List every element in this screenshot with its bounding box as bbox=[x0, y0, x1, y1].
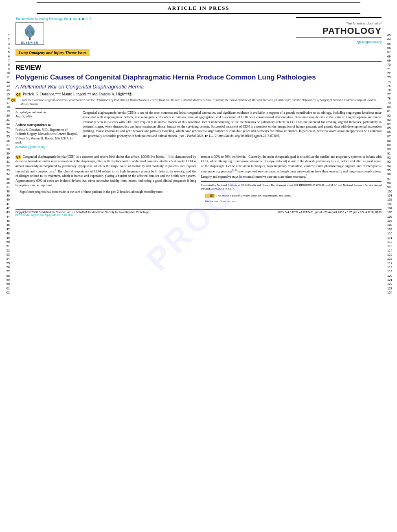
authors-line: Q1 Patricia K. Donahoe,*†‡ Mauro Longoni… bbox=[15, 92, 382, 97]
line-number: 46 bbox=[7, 223, 10, 227]
line-number: 24 bbox=[7, 130, 10, 135]
divider-before-abstract bbox=[15, 108, 382, 109]
line-number: 61 bbox=[7, 287, 10, 291]
line-number: 57 bbox=[7, 269, 10, 274]
line-numbers-right: const lnData2 = JSON.parse(document.getE… bbox=[386, 14, 397, 532]
line-number: 120 bbox=[387, 274, 393, 278]
affiliations-text: From the Pediatric Surgical Research Lab… bbox=[15, 98, 382, 107]
abstract-text-column: Congenital diaphragmatic hernia (CDH) is… bbox=[83, 110, 382, 150]
website-link[interactable]: ajp.amjpathol.org bbox=[357, 40, 382, 44]
abstract-body-text: Congenital diaphragmatic hernia (CDH) is… bbox=[83, 110, 382, 138]
line-number: 121 bbox=[387, 278, 393, 282]
line-number: 5 bbox=[8, 50, 10, 54]
acceptance-label: Accepted for publication July 13, 2016. bbox=[15, 110, 79, 119]
line-number: 23 bbox=[7, 126, 10, 130]
body-super-right-2: 5—6 bbox=[232, 169, 237, 171]
line-number: 86 bbox=[387, 130, 390, 135]
line-number: 113 bbox=[387, 244, 393, 248]
line-number: 18 bbox=[7, 105, 10, 109]
line-number: 76 bbox=[387, 88, 390, 92]
line-number: 34 bbox=[7, 172, 10, 177]
elsevier-logo-area: The American Journal of Pathology, Vol. … bbox=[15, 17, 92, 46]
divider-before-body bbox=[15, 151, 382, 151]
line-number: 124 bbox=[387, 291, 393, 295]
top-header: The American Journal of Pathology, Vol. … bbox=[15, 14, 382, 48]
line-number: 58 bbox=[7, 274, 10, 278]
line-number: 65 bbox=[387, 42, 390, 46]
line-number: 122 bbox=[387, 282, 393, 286]
line-number: 94 bbox=[387, 164, 390, 168]
line-number: 31 bbox=[7, 160, 10, 164]
line-number: 80 bbox=[387, 105, 390, 109]
line-number: 54 bbox=[7, 257, 10, 261]
line-number: 82 bbox=[387, 114, 390, 118]
body-two-col: Q4 Congenital diaphragmatic hernia (CDH)… bbox=[15, 154, 382, 206]
line-number: 14 bbox=[7, 88, 10, 92]
line-number: 116 bbox=[387, 257, 393, 261]
divider-after-theme bbox=[15, 61, 382, 62]
header-decorative-lines bbox=[296, 17, 382, 20]
line-number: 77 bbox=[387, 93, 390, 97]
line-number: 85 bbox=[387, 126, 390, 130]
elsevier-brand-text: ELSEVIER bbox=[21, 41, 39, 44]
email-link[interactable]: pdonahoe@partners.org bbox=[15, 145, 45, 149]
line-number: 19 bbox=[7, 109, 10, 113]
line-numbers-left: const lnData = JSON.parse(document.getEl… bbox=[0, 14, 11, 532]
elsevier-tree-icon bbox=[22, 24, 37, 41]
review-label: REVIEW bbox=[15, 64, 382, 71]
theme-banner: Lung Ontogeny and Injury Theme Issue bbox=[15, 48, 382, 60]
line-number: 25 bbox=[7, 135, 10, 139]
affiliations-row: Q2 From the Pediatric Surgical Research … bbox=[15, 98, 382, 107]
line-number: 56 bbox=[7, 265, 10, 269]
line-number: 44 bbox=[7, 215, 10, 219]
footer-copyright: Copyright © 2016 Published by Elsevier I… bbox=[15, 211, 149, 214]
line-number: 3 bbox=[8, 42, 10, 46]
line-number: 102 bbox=[387, 198, 393, 202]
footer-doi-link[interactable]: http://dx.doi.org/10.1016/j.ajpath.2016.… bbox=[15, 214, 73, 216]
line-number: 2 bbox=[8, 38, 10, 42]
line-number: 47 bbox=[7, 227, 10, 232]
journal-info-top: The American Journal of Pathology, Vol. … bbox=[15, 17, 92, 21]
line-number: 17 bbox=[7, 101, 10, 105]
journal-name-label: The American Journal of bbox=[346, 22, 382, 26]
body-super-right-1: 1 bbox=[246, 154, 248, 157]
line-number: 8 bbox=[8, 63, 10, 67]
line-number: 63 bbox=[387, 33, 390, 38]
line-number: 100 bbox=[387, 190, 393, 194]
main-content: The American Journal of Pathology, Vol. … bbox=[11, 14, 386, 532]
line-number: 13 bbox=[7, 84, 10, 88]
line-number: 12 bbox=[7, 80, 10, 84]
line-number: 108 bbox=[387, 223, 393, 227]
line-number: 69 bbox=[387, 59, 390, 63]
line-number: 38 bbox=[7, 190, 10, 194]
line-number: 7 bbox=[8, 59, 10, 63]
line-number: 48 bbox=[7, 232, 10, 236]
line-number: 118 bbox=[387, 265, 393, 269]
line-number: 66 bbox=[387, 46, 390, 50]
body-para-2: Significant progress has been made in th… bbox=[15, 190, 196, 194]
line-number: 16 bbox=[7, 97, 10, 101]
pathology-title: PATHOLOGY bbox=[322, 26, 382, 36]
line-number: 30 bbox=[7, 156, 10, 160]
line-number: 39 bbox=[7, 194, 10, 198]
line-number: 40 bbox=[7, 198, 10, 202]
line-number: 109 bbox=[387, 227, 393, 232]
article-in-press-banner: ARTICLE IN PRESS bbox=[37, 2, 360, 14]
abstract-citation: (Am J Pathol 2016, ■: 1—12; http://dx.do… bbox=[179, 134, 280, 138]
line-number: 71 bbox=[387, 67, 390, 71]
line-number: 51 bbox=[7, 244, 10, 248]
body-col-left: Q4 Congenital diaphragmatic hernia (CDH)… bbox=[15, 154, 196, 206]
line-number: 99 bbox=[387, 185, 390, 189]
header-line-mid bbox=[296, 19, 382, 19]
journal-right-header: The American Journal of PATHOLOGY ajp.am… bbox=[296, 17, 382, 44]
line-number: 70 bbox=[387, 63, 390, 67]
article-main-title: Polygenic Causes of Congenital Diaphragm… bbox=[15, 73, 382, 82]
address-text: Patricia K. Donahoe, M.D., Department of… bbox=[15, 128, 79, 150]
line-number: 37 bbox=[7, 185, 10, 189]
body-para-1: Q4 Congenital diaphragmatic hernia (CDH)… bbox=[15, 154, 196, 188]
footer-revision-info: REV 5.4.0 DTD ▪ AJPA2421_proof ▪ 23 Augu… bbox=[279, 211, 382, 214]
line-number: 15 bbox=[7, 93, 10, 97]
line-number: 123 bbox=[387, 287, 393, 291]
line-number: 115 bbox=[387, 253, 393, 257]
line-number: 72 bbox=[387, 71, 390, 75]
